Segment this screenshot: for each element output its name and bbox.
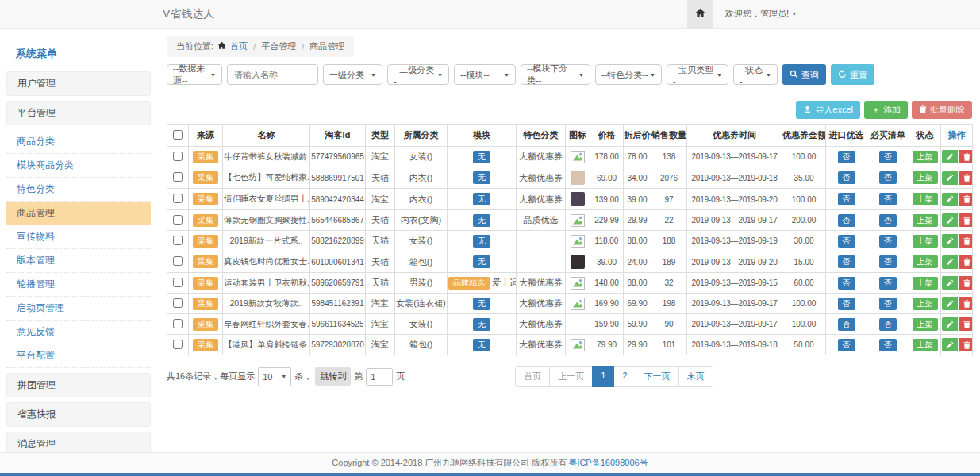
row-checkbox[interactable] [173,152,183,161]
delete-button[interactable] [959,193,973,206]
filter-select[interactable]: --二级分类-- ▼ [387,64,449,85]
import-select-toggle[interactable]: 否 [838,235,855,248]
pagination-item[interactable]: 上一页 [549,366,593,387]
batch-delete-button[interactable]: 批量删除 [912,101,972,119]
status-badge[interactable]: 上架 [913,318,938,331]
edit-button[interactable] [942,150,958,163]
edit-button[interactable] [942,338,958,351]
must-buy-toggle[interactable]: 否 [879,171,897,184]
sidebar-item[interactable]: 意见反馈 [6,321,151,344]
filter-select[interactable]: --特色分类-- ▼ [595,64,662,85]
row-checkbox[interactable] [173,319,183,328]
filter-select[interactable]: --模块-- ▼ [454,64,516,85]
breadcrumb-home-link[interactable]: 首页 [230,40,248,52]
import-select-toggle[interactable]: 否 [838,277,855,290]
edit-button[interactable] [942,193,958,206]
status-badge[interactable]: 上架 [913,339,938,351]
row-checkbox[interactable] [173,194,183,203]
status-badge[interactable]: 上架 [913,277,938,290]
home-button[interactable] [687,0,713,28]
row-checkbox[interactable] [173,278,183,287]
row-checkbox[interactable] [173,236,183,245]
import-select-toggle[interactable]: 否 [838,255,855,268]
filter-select[interactable]: --状态-- ▼ [733,64,778,85]
row-checkbox[interactable] [173,298,183,308]
import-select-toggle[interactable]: 否 [838,214,855,227]
delete-button[interactable] [959,255,973,269]
import-excel-button[interactable]: 导入excel [796,101,860,119]
reset-button[interactable]: 重置 [831,64,874,85]
import-select-toggle[interactable]: 否 [838,318,855,331]
sidebar-item[interactable]: 省惠快报 [6,402,151,427]
must-buy-toggle[interactable]: 否 [879,298,897,310]
must-buy-toggle[interactable]: 否 [879,193,897,205]
import-select-toggle[interactable]: 否 [838,339,855,351]
edit-button[interactable] [942,317,958,331]
jump-page-input[interactable] [366,368,393,386]
edit-button[interactable] [942,213,958,227]
import-select-toggle[interactable]: 否 [838,171,855,184]
delete-button[interactable] [959,317,973,331]
delete-button[interactable] [959,276,973,290]
must-buy-toggle[interactable]: 否 [879,277,897,290]
sidebar-item[interactable]: 版本管理 [6,249,151,273]
delete-button[interactable] [959,338,973,351]
sidebar-item[interactable]: 轮播管理 [6,273,151,297]
sidebar-item[interactable]: 用户管理 [6,71,151,96]
sidebar-item[interactable]: 平台管理 [6,101,151,125]
row-checkbox[interactable] [173,215,183,225]
must-buy-toggle[interactable]: 否 [879,214,897,227]
import-select-toggle[interactable]: 否 [838,298,855,310]
delete-button[interactable] [959,234,973,248]
edit-button[interactable] [942,297,958,310]
filter-select[interactable]: 一级分类 ▼ [323,64,382,85]
name-search-input[interactable] [227,64,318,85]
row-checkbox[interactable] [173,340,183,349]
status-badge[interactable]: 上架 [913,214,938,227]
filter-select[interactable]: --模块下分类-- ▼ [521,64,590,85]
status-badge[interactable]: 上架 [913,193,938,205]
delete-button[interactable] [959,297,973,310]
edit-button[interactable] [942,234,958,248]
filter-select-source[interactable]: --数据来源-- ▼ [167,64,222,85]
edit-button[interactable] [942,255,958,269]
delete-button[interactable] [959,213,973,227]
icp-link[interactable]: 粤ICP备16098006号 [568,457,648,469]
sidebar-item[interactable]: 模块商品分类 [6,154,151,178]
import-select-toggle[interactable]: 否 [838,193,855,205]
must-buy-toggle[interactable]: 否 [879,235,897,248]
status-badge[interactable]: 上架 [913,235,938,248]
status-badge[interactable]: 上架 [913,255,938,268]
pagination-item[interactable]: 1 [592,366,614,387]
status-badge[interactable]: 上架 [913,298,938,310]
pagination-item[interactable]: 末页 [678,366,713,387]
import-select-toggle[interactable]: 否 [838,151,855,163]
must-buy-toggle[interactable]: 否 [879,318,897,331]
sidebar-item[interactable]: 商品管理 [6,202,151,225]
query-button[interactable]: 查询 [782,64,826,85]
select-all-checkbox[interactable] [173,130,183,140]
pagination-item[interactable]: 下一页 [636,366,679,387]
sidebar-item[interactable]: 宣传物料 [6,225,151,249]
add-button[interactable]: ＋ 添加 [864,101,908,119]
pagination-item[interactable]: 首页 [515,366,550,387]
must-buy-toggle[interactable]: 否 [879,339,897,351]
delete-button[interactable] [959,150,973,163]
jump-button[interactable]: 跳转到 [315,367,351,386]
filter-select[interactable]: --宝贝类型-- ▼ [667,64,728,85]
sidebar-item[interactable]: 商品分类 [6,130,151,154]
user-menu[interactable]: 欢迎您，管理员! ▾ [713,0,809,28]
status-badge[interactable]: 上架 [913,171,938,184]
edit-button[interactable] [942,171,958,185]
row-checkbox[interactable] [173,172,183,182]
must-buy-toggle[interactable]: 否 [879,151,897,163]
delete-button[interactable] [959,171,973,185]
sidebar-item[interactable]: 特色分类 [6,178,151,202]
pagination-item[interactable]: 2 [613,366,636,387]
must-buy-toggle[interactable]: 否 [879,255,897,268]
status-badge[interactable]: 上架 [913,151,938,163]
per-page-select[interactable]: 10 ▼ [258,367,291,386]
sidebar-item[interactable]: 拼团管理 [6,373,151,397]
sidebar-item[interactable]: 启动页管理 [6,297,151,321]
sidebar-item[interactable]: 平台配置 [6,344,151,368]
